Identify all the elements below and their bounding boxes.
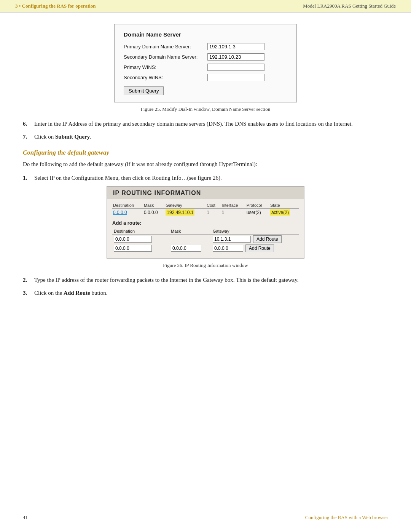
step-6: 6. Enter in the IP Address of the primar… (23, 119, 388, 128)
dns-secondary-label: Secondary Domain Name Server: (124, 54, 207, 60)
add-route-row-1: Add Route (112, 235, 299, 244)
route-state: active(2) (269, 209, 299, 217)
step-2: 2. Type the IP address of the router for… (23, 275, 388, 284)
add-route1-mask-cell (169, 235, 211, 244)
add-route-row-2: Add Route (112, 244, 299, 253)
figure26-caption: Figure 26. IP Routing Information window (23, 262, 388, 268)
col-interface: Interface (221, 202, 246, 209)
page-content: Domain Name Server Primary Domain Name S… (0, 13, 411, 324)
dns-primary-wins-input[interactable] (207, 64, 264, 71)
route-gateway: 192.49.110.1 (165, 209, 206, 217)
dns-secondary-wins-row: Secondary WINS: (124, 74, 287, 81)
add-route1-destination-cell (112, 235, 169, 244)
step-1: 1. Select IP on the Configuration Menu, … (23, 173, 388, 182)
step-2-text: Type the IP address of the router forwar… (34, 275, 388, 284)
route-cost: 1 (206, 209, 221, 217)
add-route2-destination-cell (112, 244, 169, 253)
add-col-mask: Mask (169, 228, 211, 235)
step-3-number: 3. (23, 288, 31, 297)
col-gateway: Gateway (165, 202, 206, 209)
routing-table: Destination Mask Gateway Cost Interface … (112, 202, 299, 216)
col-mask: Mask (143, 202, 165, 209)
route-mask: 0.0.0.0 (143, 209, 165, 217)
dns-form-box: Domain Name Server Primary Domain Name S… (114, 24, 297, 102)
page-number: 41 (23, 514, 28, 521)
step-3: 3. Click on the Add Route button. (23, 288, 388, 297)
add-route1-gateway-cell: Add Route (211, 235, 299, 244)
section-intro: Do the following to add the default gate… (23, 160, 388, 169)
book-title: Model LRA2900A RAS Getting Started Guide (303, 3, 396, 9)
dns-box-title: Domain Name Server (124, 31, 287, 38)
step-7-text: Click on Submit Query. (34, 132, 388, 141)
dns-primary-row: Primary Domain Name Server: (124, 43, 287, 50)
dns-primary-wins-row: Primary WINS: (124, 64, 287, 71)
dns-secondary-wins-label: Secondary WINS: (124, 75, 207, 80)
figure25-caption: Figure 25. Modify Dial-In window, Domain… (23, 106, 388, 112)
step-3-text: Click on the Add Route button. (34, 288, 388, 297)
dns-secondary-input[interactable] (207, 53, 264, 61)
col-protocol: Protocol (246, 202, 269, 209)
add-route2-destination-input[interactable] (114, 245, 152, 252)
add-col-destination: Destination (112, 228, 169, 235)
step-2-number: 2. (23, 275, 31, 284)
add-col-gateway: Gateway (211, 228, 299, 235)
step-6-text: Enter in the IP Address of the primary a… (34, 119, 388, 128)
col-cost: Cost (206, 202, 221, 209)
page-header: 3 • Configuring the RAS for operation Mo… (0, 0, 411, 13)
chapter-label: 3 • Configuring the RAS for operation (15, 3, 96, 9)
section-heading-default-gateway: Configuring the default gateway (23, 149, 388, 157)
step-7: 7. Click on Submit Query. (23, 132, 388, 141)
step-1-number: 1. (23, 173, 31, 182)
route-interface: 1 (221, 209, 246, 217)
add-route2-button[interactable]: Add Route (245, 244, 274, 252)
page-footer: 41 Configuring the RAS with a Web browse… (0, 514, 411, 521)
dns-secondary-wins-input[interactable] (207, 74, 264, 81)
routing-box-title: IP ROUTING INFORMATION (107, 187, 304, 199)
step-6-number: 6. (23, 119, 31, 128)
dns-secondary-row: Secondary Domain Name Server: (124, 53, 287, 61)
footer-link-text: Configuring the RAS with a Web browser (305, 514, 388, 521)
submit-query-button[interactable]: Submit Query (124, 86, 164, 95)
add-route1-button[interactable]: Add Route (253, 235, 282, 243)
step-7-number: 7. (23, 132, 31, 141)
add-route1-destination-input[interactable] (114, 236, 152, 243)
add-route2-gateway-cell: Add Route (211, 244, 299, 253)
route-protocol: user(2) (246, 209, 269, 217)
routing-data-row: 0.0.0.0 0.0.0.0 192.49.110.1 1 1 user(2)… (112, 209, 299, 217)
col-state: State (269, 202, 299, 209)
add-route2-mask-cell (169, 244, 211, 253)
route-destination: 0.0.0.0 (112, 209, 143, 217)
dns-primary-wins-label: Primary WINS: (124, 64, 207, 70)
add-route1-gateway-input[interactable] (213, 236, 251, 243)
add-route-table: Destination Mask Gateway (112, 228, 299, 253)
add-route2-gateway-input[interactable] (213, 245, 243, 252)
dns-primary-label: Primary Domain Name Server: (124, 44, 207, 50)
step-1-text: Select IP on the Configuration Menu, the… (34, 173, 388, 182)
routing-inner: Destination Mask Gateway Cost Interface … (107, 199, 304, 258)
ip-routing-box: IP ROUTING INFORMATION Destination Mask … (107, 186, 304, 259)
col-destination: Destination (112, 202, 143, 209)
add-route2-mask-input[interactable] (171, 245, 201, 252)
dns-primary-input[interactable] (207, 43, 264, 50)
add-route-label: Add a route: (112, 220, 299, 226)
